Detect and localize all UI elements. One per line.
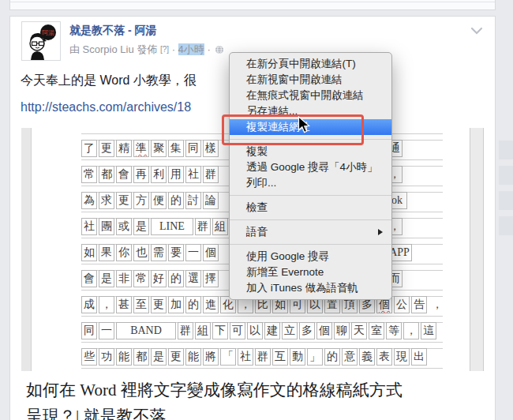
- grid-cell: 更: [151, 296, 167, 313]
- grid-cell: 以: [247, 322, 263, 339]
- grid-cell: 的: [185, 296, 201, 313]
- grid-cell: 天: [351, 322, 367, 339]
- grid-cell: 果: [99, 244, 114, 261]
- grid-cell: ，: [403, 322, 419, 339]
- grid-cell: 組: [212, 218, 228, 235]
- grid-cell: 會: [116, 166, 132, 183]
- avatar[interactable]: 阿湯: [21, 21, 61, 61]
- right-rail-bar: [499, 191, 513, 210]
- menu-item[interactable]: 加入 iTunes 做為語音軌: [230, 280, 391, 296]
- grid-text-row: 如果你也需要一個: [81, 244, 219, 261]
- grid-cell: 群: [178, 322, 193, 339]
- grid-text-row: 社團或是LINE群組: [81, 218, 228, 235]
- grid-cell: 下: [212, 322, 228, 339]
- grid-cell: 動: [290, 348, 305, 366]
- attachment-title-line2: 呈現？| 就是教不落: [26, 403, 480, 420]
- menu-item[interactable]: 複製: [230, 144, 391, 159]
- submenu-arrow-icon: [378, 229, 383, 235]
- grid-cell: 常: [81, 166, 97, 183]
- grid-cell: 是: [151, 348, 167, 366]
- grid-cell: 也: [133, 244, 149, 261]
- post-link[interactable]: http://steachs.com/archives/18: [21, 100, 191, 114]
- help-badge[interactable]: [?]: [160, 45, 169, 54]
- grid-cell: 些: [81, 348, 97, 366]
- previous-card-bottom: [9, 0, 496, 10]
- grid-cell: 用: [168, 166, 184, 183]
- byline-author[interactable]: 由 Scorpio Liu 發佈: [69, 43, 157, 55]
- grid-cell: 「: [220, 348, 236, 366]
- attachment-title-line1: 如何在 Word 裡將文字變成像寫作文的格線稿紙方式: [26, 377, 480, 403]
- grid-cell: 你: [116, 244, 132, 261]
- grid-cell: 方: [133, 192, 149, 209]
- context-menu: 在新分頁中開啟連結(T)在新視窗中開啟連結在無痕式視窗中開啟連結另存連結...複…: [229, 52, 392, 300]
- grid-cell: 公: [394, 296, 410, 313]
- page-name-link[interactable]: 就是教不落 - 阿湯: [69, 24, 156, 38]
- grid-cell: 同: [185, 140, 201, 157]
- grid-cell: 進: [203, 296, 219, 313]
- grid-cell: 社: [238, 348, 253, 366]
- grid-cell: 多: [299, 322, 315, 339]
- menu-item[interactable]: 透過 Google 搜尋「4小時」: [230, 159, 391, 175]
- grid-cell: 是: [99, 270, 114, 287]
- grid-cell: 樣: [203, 140, 219, 157]
- grid-cell: 都: [99, 166, 114, 183]
- byline-dot: ·: [172, 43, 175, 55]
- menu-item[interactable]: 檢查: [230, 200, 391, 216]
- grid-cell: 求: [99, 192, 114, 209]
- grid-cell: 為: [81, 192, 97, 209]
- grid-cell: 更: [99, 140, 114, 157]
- grid-cell: 組: [195, 322, 211, 339]
- menu-item[interactable]: 在新分頁中開啟連結(T): [230, 56, 391, 72]
- grid-cell: 的: [168, 192, 184, 209]
- grid-cell: 需: [151, 244, 167, 261]
- grid-cell: 至: [133, 296, 149, 313]
- grid-cell: 聚: [151, 140, 167, 157]
- grid-cell: 更: [116, 192, 132, 209]
- right-rail-bar: [499, 141, 513, 159]
- grid-cell: 都: [133, 348, 149, 366]
- grid-cell: 群: [255, 348, 271, 366]
- grid-cell: 社: [185, 166, 201, 183]
- menu-item[interactable]: 使用 Google 搜尋: [230, 249, 391, 264]
- grid-cell: 如: [81, 244, 97, 261]
- grid-cell: 便: [151, 192, 167, 209]
- grid-cell: 甚: [116, 296, 132, 313]
- word-window-edge: [21, 128, 32, 371]
- avatar-cartoon: 阿湯: [22, 22, 60, 60]
- menu-item[interactable]: 語音: [230, 224, 391, 240]
- grid-cell: 了: [81, 140, 97, 157]
- grid-cell: 要: [168, 244, 184, 261]
- grid-cell: 常: [133, 270, 149, 287]
- grid-cell: 更: [168, 348, 184, 366]
- grid-cell: 論: [203, 192, 219, 209]
- grid-cell: 聊: [334, 322, 350, 339]
- grid-cell: 好: [151, 270, 167, 287]
- grid-cell: 精: [116, 140, 132, 157]
- grid-cell: 團: [99, 218, 114, 235]
- grid-cell: 意: [342, 348, 358, 366]
- grid-cell: 」: [307, 348, 323, 366]
- grid-cell: 這: [421, 322, 436, 339]
- grid-cell: 出: [411, 348, 427, 366]
- avatar-bubble-text: 阿湯: [42, 29, 54, 36]
- globe-icon: [215, 45, 224, 57]
- grid-cell: 功: [99, 348, 114, 366]
- timestamp-link[interactable]: 4小時: [178, 43, 204, 55]
- menu-separator: [230, 244, 391, 245]
- menu-item[interactable]: 在無痕式視窗中開啟連結: [230, 88, 391, 103]
- grid-cell: 告: [411, 296, 427, 313]
- grid-cell: 加: [168, 296, 184, 313]
- grid-cell: BAND: [116, 322, 176, 339]
- menu-item[interactable]: 列印...: [230, 175, 391, 191]
- grid-cell: 的: [168, 270, 184, 287]
- hanging-punctuation: ，: [432, 296, 443, 313]
- attachment-title[interactable]: 如何在 Word 裡將文字變成像寫作文的格線稿紙方式 呈現？| 就是教不落: [26, 377, 480, 420]
- grid-cell: 討: [185, 192, 201, 209]
- menu-item[interactable]: 新增至 Evernote: [230, 264, 391, 280]
- divider: [10, 2, 495, 2]
- grid-cell: 現: [394, 348, 410, 366]
- post-options-chevron-icon[interactable]: [470, 24, 483, 32]
- grid-cell: LINE: [151, 218, 193, 235]
- grid-cell: 個: [316, 322, 332, 339]
- menu-item[interactable]: 在新視窗中開啟連結: [230, 72, 391, 88]
